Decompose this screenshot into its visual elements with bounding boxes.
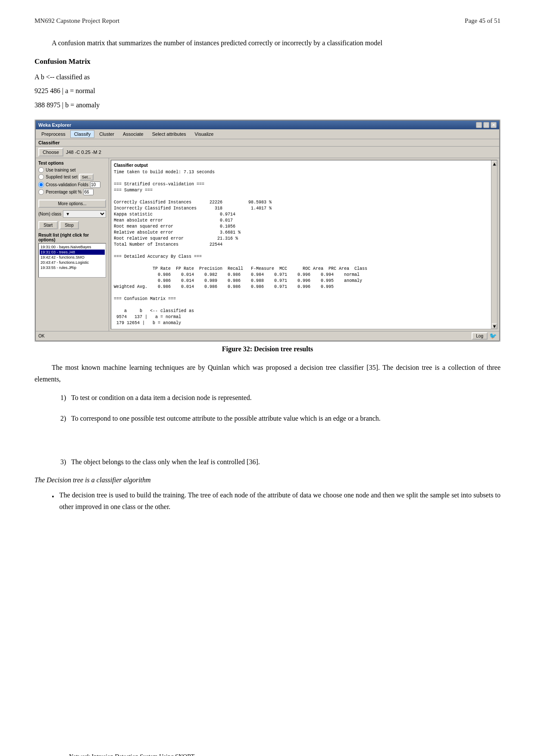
bullet-content-1: The decision tree is used to build the t…: [59, 489, 501, 512]
confusion-row1: 9225 486 | a = normal: [34, 85, 501, 97]
numbered-list: 1) To test or condition on a data item a…: [60, 392, 501, 468]
numbered-item-1-number: 1): [60, 394, 66, 401]
class-label: (Nom) class: [38, 212, 61, 216]
menu-associate[interactable]: Associate: [119, 130, 147, 138]
maximize-button[interactable]: □: [483, 122, 489, 128]
status-icon: 🐦: [489, 332, 497, 339]
output-line-12: Total Number of Instances 22544: [114, 242, 488, 248]
result-item-3[interactable]: 20:43:47 - functions.Logistic: [40, 260, 105, 265]
numbered-item-2-number: 2): [60, 415, 66, 422]
output-line-23: a b <-- classified as: [114, 308, 488, 314]
result-section-label: Result list (right click for options): [38, 233, 106, 242]
confusion-label-a: A b <-- classified as: [34, 71, 501, 84]
classifier-output: Classifier output Time taken to build mo…: [111, 160, 491, 329]
test-options-label: Test options: [38, 161, 106, 166]
output-line-1: [114, 175, 488, 181]
radio-cross-validation-label: Cross-validation Folds: [46, 182, 88, 187]
radio-use-training-label: Use training set: [46, 168, 75, 172]
result-item-0[interactable]: 19:31:00 - bayes.NaiveBayes: [40, 244, 105, 250]
output-line-5: Correctly Classified Instances 22226 98.…: [114, 200, 488, 206]
folds-input[interactable]: [90, 181, 100, 188]
menu-visualize[interactable]: Visualize: [191, 130, 218, 138]
document-title: MN692 Capstone Project Report: [34, 17, 119, 25]
radio-percentage[interactable]: Percentage split %: [38, 189, 106, 195]
radio-supplied-test[interactable]: Supplied test set Set...: [38, 174, 106, 181]
confusion-row2: 388 8975 | b = anomaly: [34, 99, 501, 112]
output-line-6: Incorrectly Classified Instances 318 1.4…: [114, 206, 488, 212]
footer: Network Intrusion Detection System Using…: [69, 753, 466, 756]
weka-titlebar-buttons[interactable]: _ □ ✕: [476, 122, 497, 128]
stop-button[interactable]: Stop: [59, 221, 79, 229]
output-line-7: Kappa statistic 0.9714: [114, 212, 488, 218]
scroll-up[interactable]: ▲: [492, 161, 497, 166]
menu-cluster[interactable]: Cluster: [95, 130, 118, 138]
classifier-output-label: Classifier output: [114, 163, 488, 168]
radio-percentage-label: Percentage split %: [46, 190, 81, 194]
radio-cross-validation-input[interactable]: [38, 182, 44, 187]
minimize-button[interactable]: _: [476, 122, 482, 128]
choose-value: J48 -C 0.25 -M 2: [66, 150, 101, 155]
menu-select-attributes[interactable]: Select attributes: [148, 130, 190, 138]
weka-choose-bar: Choose J48 -C 0.25 -M 2: [36, 147, 499, 158]
numbered-item-1-text: To test or condition on a data item a de…: [71, 394, 252, 401]
output-line-0: Time taken to build model: 7.13 seconds: [114, 169, 488, 175]
output-line-19: Weighted Avg. 0.986 0.014 0.986 0.986 0.…: [114, 284, 488, 290]
weka-titlebar: Weka Explorer _ □ ✕: [36, 121, 499, 129]
percentage-input[interactable]: [83, 189, 94, 195]
radio-use-training[interactable]: Use training set: [38, 167, 106, 173]
output-line-4: [114, 194, 488, 200]
weka-title: Weka Explorer: [38, 122, 71, 128]
bullet-dot-1: •: [52, 491, 54, 512]
output-line-17: 0.986 0.014 0.982 0.986 0.984 0.971 0.99…: [114, 272, 488, 278]
output-line-8: Mean absolute error 0.017: [114, 218, 488, 224]
output-line-15: [114, 260, 488, 266]
output-line-24: 9574 137 | a = normal: [114, 314, 488, 320]
output-line-25: 179 12654 | b = anomaly: [114, 320, 488, 326]
radio-percentage-input[interactable]: [38, 189, 44, 195]
menu-preprocess[interactable]: Preprocess: [38, 130, 69, 138]
weka-window-container: Weka Explorer _ □ ✕ Preprocess Classify …: [34, 119, 501, 342]
output-line-10: Relative absolute error 3.6681 %: [114, 230, 488, 236]
numbered-item-3: 3) The object belongs to the class only …: [60, 456, 501, 468]
weka-left-panel: Test options Use training set Supplied t…: [36, 158, 109, 331]
close-button[interactable]: ✕: [491, 122, 497, 128]
set-button[interactable]: Set...: [79, 174, 94, 181]
start-stop-row: Start Stop: [38, 221, 106, 229]
result-item-1[interactable]: 19:31:03 - trees.J48: [40, 250, 105, 255]
intro-paragraph: A confusion matrix that summarizes the n…: [34, 37, 501, 49]
output-line-16: TP Rate FP Rate Precision Recall F-Measu…: [114, 266, 488, 272]
radio-supplied-test-input[interactable]: [38, 174, 44, 180]
radio-group: Use training set Supplied test set Set..…: [38, 167, 106, 195]
class-dropdown[interactable]: ▼: [63, 210, 106, 218]
scrollbar[interactable]: ▲ ▼: [491, 160, 497, 329]
output-line-18: 0.986 0.014 0.989 0.986 0.988 0.971 0.99…: [114, 278, 488, 284]
output-line-3: === Summary ===: [114, 187, 488, 194]
output-line-13: [114, 248, 488, 254]
output-line-11: Root relative squared error 21.316 %: [114, 236, 488, 242]
result-list[interactable]: 19:31:00 - bayes.NaiveBayes 19:31:03 - t…: [38, 243, 106, 278]
result-item-4[interactable]: 19:33:55 - rules.JRip: [40, 265, 105, 270]
output-line-2: === Stratified cross-validation ===: [114, 181, 488, 187]
italic-heading: The Decision tree is a classifier algori…: [34, 476, 501, 484]
weka-main-area: Test options Use training set Supplied t…: [36, 158, 499, 331]
result-item-2[interactable]: 19:42:42 - functions.SMO: [40, 255, 105, 260]
menu-classify[interactable]: Classify: [70, 130, 95, 138]
status-right: Log 🐦: [472, 332, 497, 340]
bullet-list: • The decision tree is used to build the…: [52, 489, 501, 512]
page-number: Page 45 of 51: [465, 17, 501, 25]
radio-cross-validation[interactable]: Cross-validation Folds: [38, 181, 106, 188]
scroll-down[interactable]: ▼: [492, 323, 497, 328]
output-line-22: [114, 302, 488, 308]
weka-menubar: Preprocess Classify Cluster Associate Se…: [36, 129, 499, 139]
numbered-item-1: 1) To test or condition on a data item a…: [60, 392, 501, 403]
output-line-14: === Detailed Accuracy By Class ===: [114, 254, 488, 260]
radio-use-training-input[interactable]: [38, 167, 44, 173]
section-heading-confusion: Confusion Matrix: [34, 57, 501, 66]
weka-classifier-label: Classifier: [36, 139, 499, 147]
start-button[interactable]: Start: [38, 221, 58, 229]
choose-button[interactable]: Choose: [38, 148, 63, 156]
class-select-row: (Nom) class ▼: [38, 210, 106, 218]
log-button[interactable]: Log: [472, 332, 488, 340]
more-options-button[interactable]: More options...: [38, 200, 106, 208]
radio-supplied-test-label: Supplied test set: [46, 175, 78, 179]
